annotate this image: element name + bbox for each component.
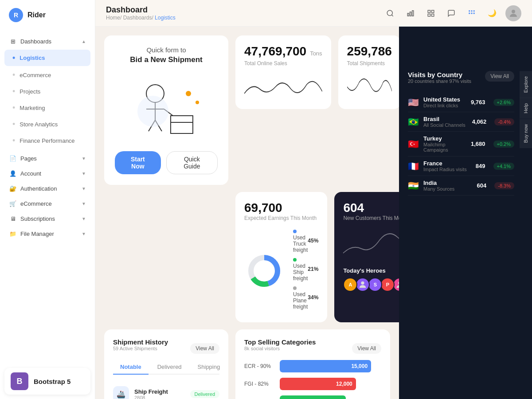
sidebar-nav: ⊞ Dashboards ▲ Logistics eCommerce Proje… [0,30,95,364]
nav-section-header-account[interactable]: 👤 Account ▼ [0,166,95,181]
content-main: Quick form to Bid a New Shipment [95,27,399,399]
total-shipments-number: 259,786 [347,44,392,59]
svg-rect-11 [473,10,475,12]
svg-rect-14 [473,12,475,14]
ship-freight-info: Ship Freight 2808 [134,388,185,399]
country-name-fr: France [423,160,471,167]
flag-tr: 🇹🇷 [408,139,419,149]
svg-rect-10 [471,10,473,12]
hero-avatar-2 [356,278,370,292]
account-icon: 👤 [9,169,17,177]
countries-title-row: Visits by Country 20 countries share 97%… [408,71,514,91]
total-shipments-label: Total Shipments [347,60,392,66]
donut-legends: Used Truck freight 45% Used Ship freight… [293,228,318,313]
tab-delivered[interactable]: Delivered [150,360,189,374]
flag-in: 🇮🇳 [408,180,419,191]
breadcrumb-dashboards[interactable]: Dashboards/ [123,15,153,21]
help-tab[interactable]: Help [520,98,532,119]
ship-freight-detail: 2808 [134,395,185,399]
message-icon[interactable] [444,6,458,20]
page-title: Dashboard [106,5,176,15]
svg-rect-8 [432,14,434,16]
earnings-card: 69,700 Expected Earnings This Month [235,192,327,322]
side-tabs: Explore Help Buy now [520,71,532,148]
top-selling-title-group: Top Selling Categories 8k social visitor… [244,338,316,358]
header-right: 🌙 [383,5,521,21]
nav-section-header-dashboards[interactable]: ⊞ Dashboards ▲ [0,34,95,49]
bar-fill-ecr: 15,000 [280,360,371,372]
theme-icon[interactable]: 🌙 [485,6,499,20]
app-name: Rider [27,11,46,19]
shipment-tabs: Notable Delivered Shipping [113,360,219,375]
breadcrumb-home[interactable]: Home/ [106,15,121,21]
svg-point-25 [196,101,199,104]
nav-section-header-files[interactable]: 📁 File Manager ▼ [0,226,95,241]
sidebar-item-logistics[interactable]: Logistics [4,50,90,66]
hero-avatar-1: A [343,278,357,292]
sidebar-logo: R Rider [0,0,95,30]
country-name-tr: Turkey [423,135,466,142]
nav-section-header-subs[interactable]: 🖥 Subscriptions ▼ [0,211,95,226]
chart-icon[interactable] [403,6,418,20]
sidebar-item-projects[interactable]: Projects [0,83,95,100]
earnings-number: 69,700 [244,201,318,215]
svg-rect-12 [469,12,470,14]
chevron-up-icon: ▲ [82,39,86,44]
quick-form-card: Quick form to Bid a New Shipment [104,35,228,185]
nav-section-header-auth[interactable]: 🔐 Authentication ▼ [0,181,95,196]
nav-section-header-pages[interactable]: 📄 Pages ▼ [0,151,95,166]
quick-guide-button[interactable]: Quick Guide [166,151,218,174]
flag-br: 🇧🇷 [408,117,419,127]
chevron-down-icon: ▼ [82,231,86,236]
chevron-down-icon: ▼ [82,156,86,161]
sidebar-item-finance-performance[interactable]: Finance Performance [0,133,95,149]
bootstrap-text: Bootstrap 5 [34,378,70,385]
bar-wrap-ecr: 15,000 [280,360,381,372]
top-selling-card: Top Selling Categories 8k social visitor… [235,329,390,399]
svg-line-1 [391,15,393,16]
explore-tab[interactable]: Explore [520,71,532,98]
user-avatar[interactable] [505,5,521,21]
bar-label-fgi: FGI - 82% [244,381,275,387]
apps-icon[interactable] [465,6,479,20]
top-selling-subtitle: 8k social visitors [244,346,316,351]
buy-now-tab[interactable]: Buy now [520,119,532,148]
tab-notable[interactable]: Notable [113,360,149,375]
svg-point-30 [361,282,364,285]
legend-plane: Used Plane freight 34% [293,285,318,310]
legend-ship: Used Ship freight 21% [293,257,318,282]
country-name-in: India [423,180,473,186]
earnings-label: Expected Earnings This Month [244,215,318,221]
total-sales-number: 47,769,700 [244,44,306,59]
nav-section-dashboards: ⊞ Dashboards ▲ Logistics eCommerce Proje… [0,34,95,149]
svg-rect-5 [428,10,430,12]
tab-shipping[interactable]: Shipping [191,360,227,374]
chevron-down-icon: ▼ [82,186,86,191]
top-grid: Quick form to Bid a New Shipment [104,35,390,185]
countries-view-all-button[interactable]: View All [485,71,514,82]
quick-form-buttons: Start Now Quick Guide [115,151,218,174]
svg-rect-7 [428,14,430,16]
bootstrap-badge: B Bootstrap 5 [4,368,90,395]
sidebar-item-store-analytics[interactable]: Store Analytics [0,116,95,133]
top-selling-title: Top Selling Categories [244,338,316,346]
country-row-tr: 🇹🇷 Turkey Mailchimp Campaigns 1,680 +0.2… [408,132,514,156]
new-customers-label: New Customers This Month [343,215,399,221]
search-icon[interactable] [383,6,397,20]
shipment-view-all-button[interactable]: View All [190,343,219,354]
countries-title-group: Visits by Country 20 countries share 97%… [408,71,471,91]
sidebar-item-marketing[interactable]: Marketing [0,100,95,116]
svg-point-26 [137,96,168,127]
bar-fill-fgi: 12,000 [280,378,356,390]
start-now-button[interactable]: Start Now [115,151,161,174]
ship-status-badge: Delivered [190,390,219,398]
nav-section-header-ecom[interactable]: 🛒 eCommerce ▼ [0,196,95,211]
breadcrumb-current: Logistics [155,15,176,21]
countries-title: Visits by Country [408,71,471,78]
top-selling-view-all-button[interactable]: View All [352,343,381,354]
new-customers-chart [343,227,399,262]
sidebar-item-ecommerce[interactable]: eCommerce [0,67,95,83]
grid-icon[interactable] [424,6,438,20]
country-info-in: India Many Sources [423,180,473,192]
ecommerce-icon: 🛒 [9,200,17,207]
